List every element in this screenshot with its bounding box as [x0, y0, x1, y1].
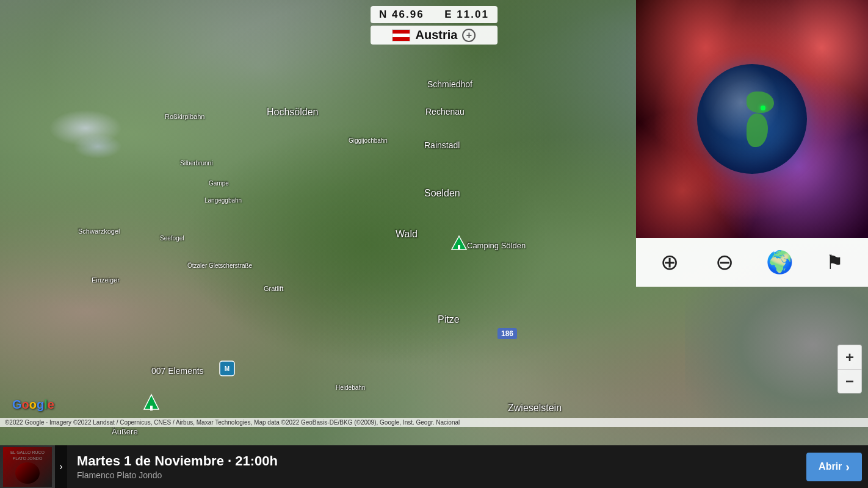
svg-rect-5	[150, 406, 153, 411]
svg-rect-1	[458, 245, 460, 249]
coordinate-bar: N 46.96 E 11.01 Austria +	[371, 6, 497, 45]
europe-continent	[747, 92, 774, 113]
globe-sphere	[697, 64, 807, 174]
zoom-controls: + −	[837, 345, 862, 393]
snow-patch	[73, 134, 122, 159]
ad-content: Martes 1 de Noviembre · 21:00h Flamenco …	[67, 448, 806, 485]
ad-image: EL GALLO RUCOPLATO JONDO	[3, 447, 52, 487]
country-name: Austria	[416, 28, 458, 42]
ad-thumbnail: EL GALLO RUCOPLATO JONDO	[0, 445, 55, 488]
globe-view-button[interactable]: 🌍	[758, 244, 801, 281]
zoom-minus-button[interactable]: −	[837, 369, 862, 393]
map-area[interactable]: 186 M SchmiedhofRechenauHochsöldenRoßkir…	[0, 0, 868, 445]
austria-flag	[392, 29, 411, 41]
globe-icon: 🌍	[766, 249, 794, 275]
green-pin-marker[interactable]	[142, 393, 161, 415]
globe-panel	[636, 0, 868, 238]
latitude-value: N 46.96	[379, 9, 424, 20]
map-controls: ⊕ ⊖ 🌍 ⚑	[636, 238, 868, 287]
google-logo: Google	[12, 398, 54, 412]
zoom-in-icon: ⊕	[660, 249, 679, 275]
flag-icon: ⚑	[826, 251, 844, 274]
ad-button-arrow: ›	[845, 460, 850, 474]
coordinate-display: N 46.96 E 11.01	[371, 6, 497, 23]
road-badge: 186	[497, 328, 517, 339]
ad-title: Martes 1 de Noviembre · 21:00h	[77, 453, 797, 469]
attribution-bar: ©2022 Google · Imagery ©2022 Landsat / C…	[0, 418, 868, 427]
flag-button[interactable]: ⚑	[813, 244, 856, 281]
zoom-plus-button[interactable]: +	[837, 345, 862, 369]
africa-continent	[747, 113, 768, 147]
elements-marker[interactable]: M	[219, 360, 236, 379]
ad-open-button[interactable]: Abrir ›	[806, 453, 862, 481]
add-country-button[interactable]: +	[462, 29, 476, 42]
longitude-value: E 11.01	[444, 9, 489, 20]
ad-button-label: Abrir	[819, 461, 842, 472]
country-display: Austria +	[371, 26, 497, 45]
valley-overlay	[183, 122, 549, 366]
camping-marker[interactable]	[450, 235, 468, 254]
ad-subtitle: Flamenco Plato Jondo	[77, 470, 797, 480]
zoom-out-button[interactable]: ⊖	[703, 244, 746, 281]
zoom-out-icon: ⊖	[715, 249, 734, 275]
zoom-in-button[interactable]: ⊕	[648, 244, 691, 281]
ad-banner: EL GALLO RUCOPLATO JONDO › Martes 1 de N…	[0, 445, 868, 488]
svg-text:M: M	[225, 365, 230, 372]
ad-arrow-left[interactable]: ›	[55, 445, 67, 488]
